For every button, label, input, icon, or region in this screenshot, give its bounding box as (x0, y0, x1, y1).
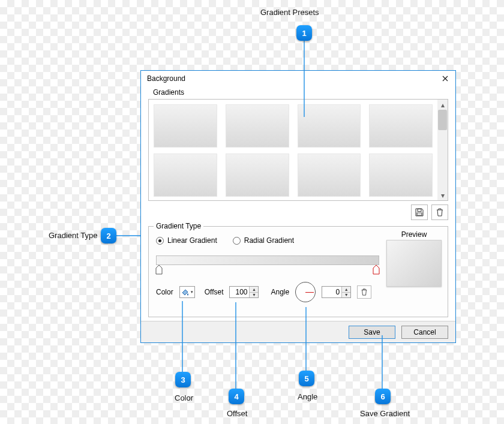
radio-linear-gradient[interactable]: Linear Gradient (156, 236, 217, 245)
preview-section: Preview (386, 230, 442, 287)
svg-rect-5 (418, 209, 421, 212)
cancel-button[interactable]: Cancel (401, 326, 448, 339)
delete-preset-button[interactable] (431, 205, 448, 220)
save-icon (415, 208, 424, 217)
scroll-up-icon[interactable]: ▴ (437, 100, 448, 110)
dropdown-caret-icon: ▾ (191, 290, 193, 294)
svg-rect-6 (417, 213, 422, 215)
gradient-slider[interactable] (156, 255, 379, 265)
close-icon (442, 76, 448, 82)
callout-5: 5 (299, 371, 314, 386)
spin-up-icon[interactable]: ▲ (250, 287, 258, 293)
gradient-preset[interactable] (298, 104, 361, 148)
callout-3-label: Color (175, 393, 193, 402)
radio-radial-gradient[interactable]: Radial Gradient (233, 236, 294, 245)
offset-spinner[interactable]: ▲ ▼ (229, 286, 259, 298)
callout-3: 3 (175, 372, 191, 387)
callout-4: 4 (229, 389, 244, 404)
trash-icon (361, 288, 368, 296)
angle-knob[interactable] (295, 282, 316, 302)
dialog-footer: Save Cancel (141, 321, 455, 342)
gradient-stop-start[interactable] (155, 265, 163, 275)
angle-input[interactable] (322, 287, 341, 297)
gradient-track[interactable] (156, 255, 379, 265)
callout-1: 1 (296, 25, 312, 41)
callout-2: 2 (101, 228, 116, 243)
delete-stop-button[interactable] (357, 285, 371, 299)
radio-dot-icon (233, 237, 241, 245)
radio-linear-label: Linear Gradient (167, 236, 217, 245)
angle-label: Angle (271, 288, 289, 296)
gradient-presets-panel: ▴ ▾ (148, 99, 448, 201)
dialog-body: Gradients ▴ ▾ (141, 86, 455, 321)
scroll-thumb[interactable] (438, 110, 447, 130)
offset-label: Offset (205, 288, 224, 296)
gradient-preset[interactable] (226, 104, 289, 148)
spin-down-icon[interactable]: ▼ (250, 293, 258, 298)
trash-icon (436, 208, 444, 217)
close-button[interactable] (439, 73, 452, 84)
gradient-type-legend: Gradient Type (154, 222, 203, 230)
callout-2-label: Gradient Type (49, 231, 97, 240)
callout-1-label: Gradient Presets (260, 8, 319, 17)
gradient-preset[interactable] (369, 154, 433, 197)
presets-scrollbar[interactable]: ▴ ▾ (437, 100, 448, 200)
gradient-preset[interactable] (298, 154, 361, 197)
callout-4-label: Offset (227, 409, 247, 418)
callout-6: 6 (375, 389, 391, 404)
color-picker-button[interactable]: ▾ (179, 286, 195, 298)
save-preset-button[interactable] (411, 205, 428, 220)
stop-handle-icon (155, 265, 163, 275)
radio-dot-icon (156, 237, 164, 245)
angle-spinner[interactable]: ▲ ▼ (322, 286, 351, 298)
background-dialog: Background Gradients ▴ ▾ (140, 70, 456, 343)
spin-down-icon[interactable]: ▼ (342, 293, 350, 298)
paint-bucket-icon (181, 288, 190, 296)
stop-handle-icon (373, 265, 380, 275)
spin-up-icon[interactable]: ▲ (342, 287, 350, 293)
gradient-type-group: Gradient Type Linear Gradient Radial Gra… (148, 226, 448, 317)
dialog-title: Background (147, 74, 185, 83)
color-label: Color (156, 288, 173, 296)
preset-grid (154, 104, 433, 197)
callout-6-label: Save Gradient (360, 409, 410, 418)
gradient-preset[interactable] (226, 154, 289, 197)
gradient-preset[interactable] (369, 104, 433, 148)
offset-input[interactable] (230, 287, 249, 297)
gradient-preset[interactable] (154, 154, 217, 197)
gradient-preset[interactable] (154, 104, 217, 148)
callout-5-label: Angle (298, 392, 317, 401)
scroll-down-icon[interactable]: ▾ (437, 190, 448, 200)
gradients-label: Gradients (153, 88, 448, 97)
titlebar: Background (141, 71, 455, 86)
gradient-stop-end[interactable] (373, 265, 380, 275)
radio-radial-label: Radial Gradient (244, 236, 294, 245)
preview-label: Preview (386, 230, 442, 239)
save-button[interactable]: Save (349, 326, 395, 339)
gradient-preview (386, 240, 442, 287)
